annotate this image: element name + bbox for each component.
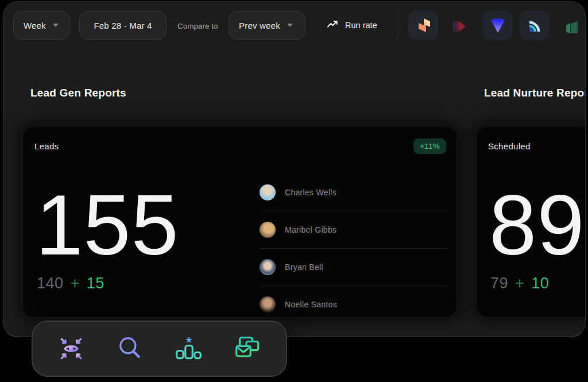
toolbar-divider: [397, 11, 397, 38]
search-stats-button[interactable]: [115, 334, 145, 364]
chevron-down-icon: [287, 24, 293, 27]
scheduled-card[interactable]: Scheduled 89 79 + 10: [476, 126, 586, 318]
scheduled-card-title: Scheduled: [488, 141, 531, 151]
compare-to-label: Compare to: [177, 22, 218, 30]
plus-sign: +: [515, 275, 524, 292]
person-name: Noelle Santos: [285, 300, 337, 309]
leads-card-title: Leads: [34, 141, 59, 151]
compare-selector-label: Prev week: [239, 21, 280, 30]
focus-view-button[interactable]: [56, 334, 86, 364]
list-item[interactable]: Maribel Gibbs: [260, 211, 448, 248]
app-blocks-logo[interactable]: [408, 10, 438, 40]
period-selector-label: Week: [24, 21, 46, 30]
trending-up-icon: [326, 18, 339, 33]
run-rate-label: Run rate: [345, 21, 377, 30]
person-name: Charles Wells: [285, 188, 336, 197]
leads-change-badge: +11%: [413, 138, 446, 154]
app-arc-logo[interactable]: [520, 10, 550, 40]
leads-card[interactable]: Leads +11% 155 140 + 15 Charles Wells Ma…: [22, 126, 457, 318]
mail-cards-button[interactable]: [233, 334, 262, 364]
leaderboard-star-icon: [175, 334, 203, 363]
scheduled-value: 89: [489, 183, 585, 268]
chevron-down-icon: [53, 24, 59, 27]
avatar: [260, 222, 276, 238]
dashboard-screen: Week Feb 28 - Mar 4 Compare to Prev week…: [0, 0, 588, 382]
list-item[interactable]: Noelle Santos: [260, 285, 448, 323]
app-layered-arrow-logo[interactable]: [452, 19, 469, 36]
blocks-logo-icon: [413, 16, 433, 35]
app-funnel-logo[interactable]: [483, 10, 513, 40]
app-window: Week Feb 28 - Mar 4 Compare to Prev week…: [3, 1, 586, 337]
layered-arrow-logo-icon: [452, 19, 469, 34]
list-item[interactable]: Charles Wells: [260, 173, 448, 211]
leads-delta-value: 15: [87, 275, 105, 292]
section-title-lead-gen: Lead Gen Reports: [30, 87, 126, 99]
leads-value: 155: [36, 183, 179, 268]
app-steps-logo[interactable]: [564, 20, 582, 37]
leads-delta-row: 140 + 15: [37, 275, 105, 292]
scheduled-delta-value: 10: [531, 275, 549, 292]
arc-logo-icon: [524, 15, 545, 36]
steps-logo-icon: [564, 20, 582, 34]
leads-people-list: Charles Wells Maribel Gibbs Bryan Bell N…: [260, 173, 448, 323]
focus-eye-icon: [57, 334, 86, 363]
avatar: [260, 184, 276, 200]
scheduled-delta-row: 79 + 10: [490, 275, 549, 292]
date-range-label: Feb 28 - Mar 4: [94, 21, 152, 30]
funnel-logo-icon: [488, 15, 508, 36]
leads-previous-value: 140: [37, 275, 64, 292]
floating-action-bar: [32, 321, 287, 377]
plus-sign: +: [71, 275, 80, 292]
leaderboard-button[interactable]: [174, 334, 204, 364]
search-stats-icon: [115, 334, 144, 363]
avatar: [260, 259, 276, 275]
list-item[interactable]: Bryan Bell: [260, 248, 448, 285]
avatar: [260, 296, 276, 312]
scheduled-previous-value: 79: [490, 275, 508, 292]
date-range-button[interactable]: Feb 28 - Mar 4: [79, 11, 167, 40]
compare-selector[interactable]: Prev week: [229, 11, 305, 40]
section-title-lead-nurture: Lead Nurture Reports: [484, 87, 586, 99]
period-selector[interactable]: Week: [13, 11, 70, 40]
person-name: Bryan Bell: [285, 263, 323, 272]
mail-cards-icon: [233, 334, 262, 363]
person-name: Maribel Gibbs: [285, 225, 336, 234]
run-rate-button[interactable]: Run rate: [326, 18, 377, 33]
